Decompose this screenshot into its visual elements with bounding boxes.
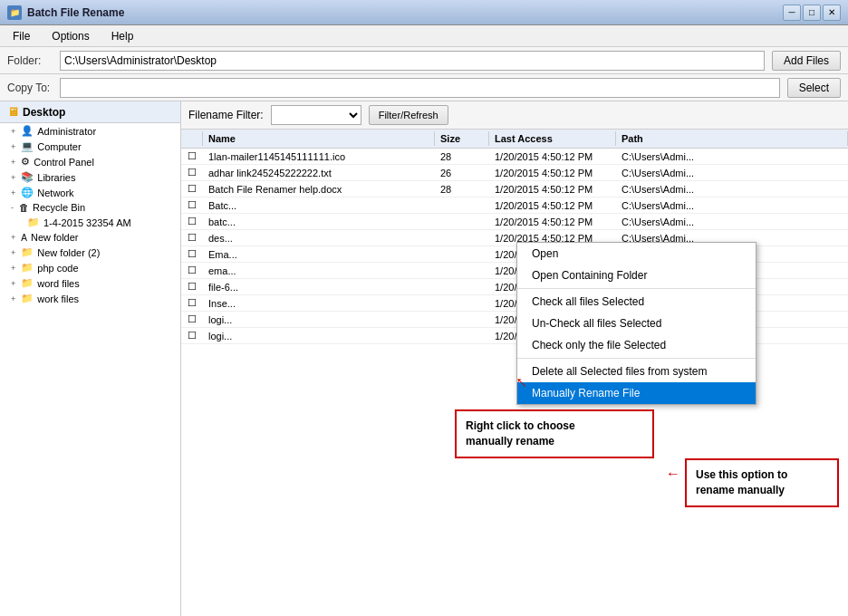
tree-item-recycle-bin[interactable]: - 🗑 Recycle Bin bbox=[0, 200, 180, 215]
ctx-divider bbox=[517, 288, 756, 289]
file-last-access: 1/20/2015 4:50:12 PM bbox=[489, 166, 616, 180]
file-last-access: 1/20/2015 4:50:12 PM bbox=[489, 198, 616, 213]
folder-input[interactable] bbox=[60, 51, 765, 71]
menu-options[interactable]: Options bbox=[46, 28, 94, 44]
file-name: file-6... bbox=[203, 280, 435, 294]
filter-row: Filename Filter: Filter/Refresh bbox=[181, 101, 848, 130]
file-checkbox[interactable]: ☐ bbox=[181, 230, 203, 245]
select-button[interactable]: Select bbox=[787, 78, 841, 98]
file-row[interactable]: ☐ Batch File Renamer help.docx 28 1/20/2… bbox=[181, 181, 848, 197]
file-checkbox[interactable]: ☐ bbox=[181, 181, 203, 197]
tree-item-label: Computer bbox=[37, 141, 81, 152]
file-row[interactable]: ☐ Batc... 1/20/2015 4:50:12 PM C:\Users\… bbox=[181, 197, 848, 214]
recycle-bin-icon: 🗑 bbox=[19, 202, 29, 213]
tree-item-label: Network bbox=[37, 188, 73, 198]
file-row[interactable]: ☐ 1lan-mailer1145145111111.ico 28 1/20/2… bbox=[181, 149, 848, 165]
menu-help[interactable]: Help bbox=[106, 28, 140, 44]
main-content: 🖥 Desktop + 👤 Administrator + 💻 Computer… bbox=[0, 101, 848, 616]
ctx-open-containing[interactable]: Open Containing Folder bbox=[517, 265, 756, 286]
ctx-check-all[interactable]: Check all files Selected bbox=[517, 291, 756, 313]
file-checkbox[interactable]: ☐ bbox=[181, 295, 203, 311]
tree-item-label: New folder (2) bbox=[37, 247, 100, 258]
file-checkbox[interactable]: ☐ bbox=[181, 165, 203, 180]
file-name: Inse... bbox=[203, 296, 435, 311]
file-name: ema... bbox=[203, 264, 435, 278]
file-checkbox[interactable]: ☐ bbox=[181, 149, 203, 164]
header-name[interactable]: Name bbox=[203, 131, 435, 146]
file-size: 28 bbox=[435, 182, 489, 197]
expand-icon: + bbox=[11, 173, 15, 182]
file-path: C:\Users\Admi... bbox=[616, 166, 848, 180]
context-menu: Open Open Containing Folder Check all fi… bbox=[516, 242, 756, 405]
filter-dropdown[interactable] bbox=[271, 105, 361, 125]
copy-to-label: Copy To: bbox=[7, 82, 53, 94]
tree-item-network[interactable]: + 🌐 Network bbox=[0, 185, 180, 200]
tree-header-label: Desktop bbox=[23, 106, 65, 119]
tree-item-computer[interactable]: + 💻 Computer bbox=[0, 139, 180, 154]
file-size bbox=[435, 302, 489, 305]
file-checkbox[interactable]: ☐ bbox=[181, 214, 203, 229]
tree-item-new-folder[interactable]: + A New folder bbox=[0, 230, 180, 245]
file-size bbox=[435, 253, 489, 256]
file-size bbox=[435, 318, 489, 322]
copy-to-input[interactable] bbox=[60, 78, 780, 98]
expand-icon: + bbox=[11, 142, 15, 151]
tree-item-php-code[interactable]: + 📁 php code bbox=[0, 260, 180, 275]
tree-item-libraries[interactable]: + 📚 Libraries bbox=[0, 169, 180, 185]
add-files-button[interactable]: Add Files bbox=[772, 51, 841, 71]
ctx-uncheck-all[interactable]: Un-Check all files Selected bbox=[517, 313, 756, 334]
file-name: Ema... bbox=[203, 247, 435, 262]
file-checkbox[interactable]: ☐ bbox=[181, 279, 203, 294]
tree-item-label: work files bbox=[37, 294, 79, 304]
file-name: des... bbox=[203, 231, 435, 245]
folder-icon: 📚 bbox=[21, 171, 34, 183]
file-name: Batch File Renamer help.docx bbox=[203, 182, 435, 197]
header-path[interactable]: Path bbox=[616, 131, 848, 146]
minimize-button[interactable]: ─ bbox=[783, 5, 801, 21]
close-button[interactable]: ✕ bbox=[823, 5, 841, 21]
folder-icon: 📁 bbox=[21, 262, 34, 274]
tree-item-work-files[interactable]: + 📁 work files bbox=[0, 291, 180, 306]
ctx-open[interactable]: Open bbox=[517, 243, 756, 265]
file-path: C:\Users\Admi... bbox=[616, 149, 848, 164]
right-click-annotation: Right click to choosemanually rename bbox=[455, 409, 654, 458]
ctx-manually-rename[interactable]: Manually Rename File bbox=[517, 382, 756, 404]
file-checkbox[interactable]: ☐ bbox=[181, 197, 203, 213]
maximize-button[interactable]: □ bbox=[803, 5, 821, 21]
folder-icon: 🌐 bbox=[21, 187, 34, 198]
file-path: C:\Users\Admi... bbox=[616, 215, 848, 229]
tree-item-control-panel[interactable]: + ⚙ Control Panel bbox=[0, 154, 180, 169]
folder-icon: 💻 bbox=[21, 140, 34, 152]
file-size bbox=[435, 334, 489, 338]
ctx-delete-selected[interactable]: Delete all Selected files from system bbox=[517, 361, 756, 382]
folder-icon: 📁 bbox=[21, 246, 34, 258]
ctx-check-only[interactable]: Check only the file Selected bbox=[517, 334, 756, 356]
tree-item-date-folder[interactable]: 📁 1-4-2015 32354 AM bbox=[0, 215, 180, 230]
use-option-annotation-text: Use this option torename manually bbox=[696, 468, 787, 496]
file-name: logi... bbox=[203, 329, 435, 343]
copy-to-row: Copy To: Select bbox=[0, 74, 848, 101]
tree-item-administrator[interactable]: + 👤 Administrator bbox=[0, 123, 180, 139]
app-icon: 📁 bbox=[7, 5, 22, 20]
file-checkbox[interactable]: ☐ bbox=[181, 328, 203, 343]
title-bar: 📁 Batch File Rename ─ □ ✕ bbox=[0, 0, 848, 25]
tree-item-label: 1-4-2015 32354 AM bbox=[43, 217, 131, 228]
file-checkbox[interactable]: ☐ bbox=[181, 246, 203, 262]
file-row[interactable]: ☐ batc... 1/20/2015 4:50:12 PM C:\Users\… bbox=[181, 214, 848, 230]
file-checkbox[interactable]: ☐ bbox=[181, 312, 203, 327]
file-last-access: 1/20/2015 4:50:12 PM bbox=[489, 215, 616, 229]
file-last-access: 1/20/2015 4:50:12 PM bbox=[489, 149, 616, 164]
tree-item-label: php code bbox=[37, 263, 78, 274]
header-last-access[interactable]: Last Access bbox=[489, 131, 616, 146]
tree-item-word-files[interactable]: + 📁 word files bbox=[0, 275, 180, 291]
file-size bbox=[435, 220, 489, 224]
folder-row: Folder: Add Files bbox=[0, 47, 848, 74]
header-size[interactable]: Size bbox=[435, 131, 489, 146]
tree-item-new-folder-2[interactable]: + 📁 New folder (2) bbox=[0, 245, 180, 260]
file-row[interactable]: ☐ adhar link245245222222.txt 26 1/20/201… bbox=[181, 165, 848, 181]
file-size bbox=[435, 285, 489, 289]
filter-refresh-button[interactable]: Filter/Refresh bbox=[369, 105, 448, 125]
menu-file[interactable]: File bbox=[7, 28, 35, 44]
tree-item-label: Control Panel bbox=[34, 157, 94, 168]
file-checkbox[interactable]: ☐ bbox=[181, 263, 203, 278]
